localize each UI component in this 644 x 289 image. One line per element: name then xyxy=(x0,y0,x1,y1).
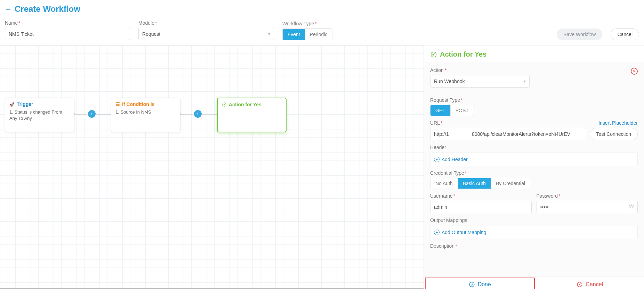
close-icon[interactable]: ✕ xyxy=(631,68,638,75)
rocket-icon xyxy=(9,101,15,107)
name-input[interactable] xyxy=(5,28,130,40)
module-select[interactable]: Request▾ xyxy=(138,28,274,40)
condition-desc: 1. Source In NMS xyxy=(115,109,176,115)
chevron-down-icon: ▾ xyxy=(524,79,526,84)
module-label: Module* xyxy=(138,20,274,26)
url-label: URL * xyxy=(430,120,442,126)
test-connection-button[interactable]: Test Connection xyxy=(590,128,638,140)
request-type-toggle[interactable]: GET POST xyxy=(430,105,474,116)
chevron-down-icon: ▾ xyxy=(268,32,270,36)
req-post[interactable]: POST xyxy=(451,105,474,116)
insert-placeholder-link[interactable]: Insert Placeholder xyxy=(598,120,638,126)
cancel-button[interactable]: Cancel xyxy=(611,28,639,40)
action-node[interactable]: Action for Yes xyxy=(217,98,287,132)
type-periodic[interactable]: Periodic xyxy=(305,29,332,40)
workflow-canvas[interactable]: + + Trigger 1. Status is changed From An… xyxy=(0,46,424,289)
svg-point-3 xyxy=(469,282,474,287)
cred-bycred[interactable]: By Credential xyxy=(491,178,530,189)
edit-icon xyxy=(222,102,227,107)
password-input[interactable] xyxy=(537,201,638,213)
list-icon xyxy=(115,101,120,107)
eye-icon[interactable] xyxy=(629,204,634,210)
type-event[interactable]: Event xyxy=(283,29,305,40)
workflow-type-label: Workflow Type* xyxy=(282,21,332,26)
save-workflow-button[interactable]: Save Workflow xyxy=(557,28,602,40)
output-mappings-label: Output Mappings xyxy=(430,217,638,223)
add-output-mapping-link[interactable]: +Add Output Mapping xyxy=(434,230,486,235)
edit-icon xyxy=(430,51,437,58)
panel-title: Action for Yes xyxy=(440,50,486,58)
svg-point-2 xyxy=(631,206,632,207)
password-label: Password* xyxy=(537,193,638,199)
url-input[interactable] xyxy=(430,128,586,140)
done-button[interactable]: Done xyxy=(425,278,535,289)
workflow-type-toggle[interactable]: Event Periodic xyxy=(282,28,332,40)
cred-basic[interactable]: Basic Auth xyxy=(458,178,491,189)
trigger-node[interactable]: Trigger 1. Status is changed From Any To… xyxy=(5,98,74,132)
description-label: Description* xyxy=(430,243,638,249)
username-input[interactable] xyxy=(430,201,532,213)
trigger-desc: 1. Status is changed From Any To Any xyxy=(9,109,70,122)
action-label: Action* xyxy=(430,67,446,73)
back-arrow-icon[interactable]: ← xyxy=(5,5,12,13)
add-node-button[interactable]: + xyxy=(194,110,202,118)
credential-type-label: Credential Type* xyxy=(430,170,638,176)
action-select[interactable]: Run Webhook▾ xyxy=(430,75,530,88)
panel-cancel-button[interactable]: Cancel xyxy=(536,276,644,289)
page-title: Create Workflow xyxy=(15,4,80,14)
add-node-button[interactable]: + xyxy=(88,110,96,118)
cred-noauth[interactable]: No Auth xyxy=(430,178,458,189)
condition-node[interactable]: If Condition is 1. Source In NMS xyxy=(111,98,180,132)
action-panel: Action for Yes Action* ✕ Run Webhook▾ Re… xyxy=(424,46,644,289)
credential-type-toggle[interactable]: No Auth Basic Auth By Credential xyxy=(430,178,530,189)
username-label: Username* xyxy=(430,193,532,199)
add-header-link[interactable]: +Add Header xyxy=(434,157,468,162)
name-label: Name* xyxy=(5,20,130,26)
request-type-label: Request Type* xyxy=(430,97,638,103)
req-get[interactable]: GET xyxy=(430,105,451,116)
header-label: Header xyxy=(430,144,638,150)
